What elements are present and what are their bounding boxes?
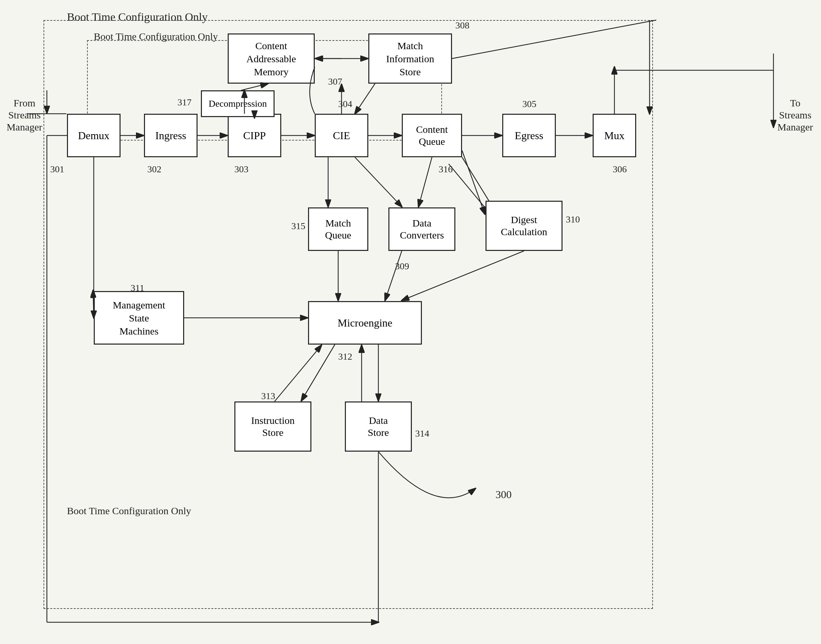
cipp-box: CIPP xyxy=(228,114,281,157)
label-310: 310 xyxy=(566,214,580,225)
label-302: 302 xyxy=(147,164,161,175)
label-300: 300 xyxy=(495,488,512,501)
ds-box: DataStore xyxy=(345,402,412,452)
msm-box: ManagementStateMachines xyxy=(94,291,184,345)
cam-box: ContentAddressableMemory xyxy=(228,34,315,84)
is-box: InstructionStore xyxy=(234,402,311,452)
label-311: 311 xyxy=(131,283,144,293)
label-317: 317 xyxy=(177,97,192,108)
egress-box: Egress xyxy=(502,114,556,157)
label-313: 313 xyxy=(261,391,275,402)
inner-boot-label-top: Boot Time Configuration Only xyxy=(94,31,218,42)
to-streams-label: To StreamsManager xyxy=(773,97,817,133)
demux-box: Demux xyxy=(67,114,120,157)
from-streams-label: FromStreamsManager xyxy=(6,97,43,133)
digest-box: DigestCalculation xyxy=(486,201,563,251)
label-304: 304 xyxy=(338,99,352,109)
me-box: Microengine xyxy=(308,301,422,345)
label-316: 316 xyxy=(439,164,453,175)
decomp-box: Decompression xyxy=(201,90,275,117)
label-314: 314 xyxy=(415,428,429,439)
mq-box: MatchQueue xyxy=(308,207,368,251)
diagram: Boot Time Configuration Only Boot Time C… xyxy=(0,0,821,644)
label-312: 312 xyxy=(338,351,352,362)
label-301: 301 xyxy=(50,164,64,175)
mux-box: Mux xyxy=(593,114,636,157)
label-315: 315 xyxy=(291,221,305,232)
inner-boot-label-bottom: Boot Time Configuration Only xyxy=(67,505,191,517)
ingress-box: Ingress xyxy=(144,114,198,157)
cie-box: CIE xyxy=(315,114,368,157)
mis-box: MatchInformationStore xyxy=(368,34,452,84)
outer-boot-label: Boot Time Configuration Only xyxy=(67,11,208,23)
label-307: 307 xyxy=(328,76,342,87)
label-309: 309 xyxy=(395,261,409,271)
label-308: 308 xyxy=(455,20,469,31)
label-305: 305 xyxy=(522,99,537,109)
label-303: 303 xyxy=(234,164,248,175)
cq-box: ContentQueue xyxy=(402,114,462,157)
dc-box: DataConverters xyxy=(388,207,455,251)
label-306: 306 xyxy=(613,164,627,175)
